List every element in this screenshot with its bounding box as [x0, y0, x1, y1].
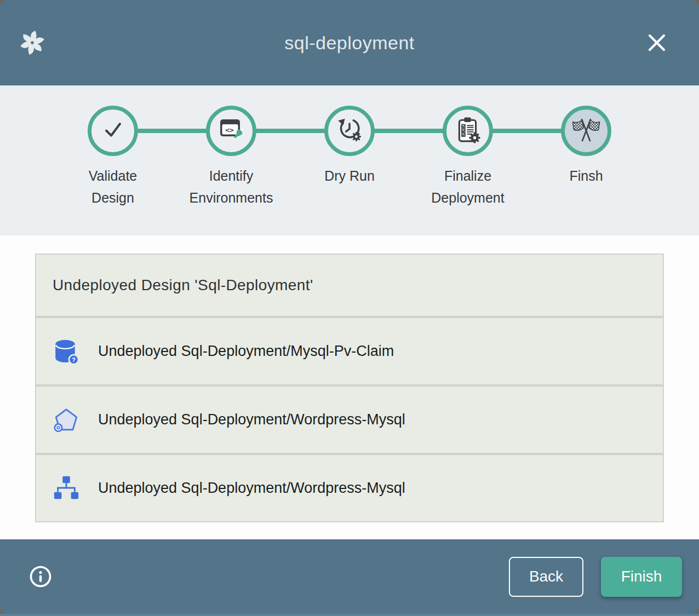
step-finalize-deployment: Finalize Deployment	[409, 106, 527, 209]
step-label: Finalize Deployment	[421, 165, 515, 209]
step-label: Validate Design	[66, 165, 160, 209]
status-row-design: Undeployed Design 'Sql-Deployment'	[36, 255, 663, 316]
status-row-mysql-pv-claim: ? Undeployed Sql-Deployment/Mysql-Pv-Cla…	[36, 318, 663, 384]
svg-text:?: ?	[72, 356, 76, 362]
status-row-wordpress-mysql-pod: Undeployed Sql-Deployment/Wordpress-Mysq…	[36, 387, 663, 453]
status-text: Undeployed Sql-Deployment/Wordpress-Mysq…	[98, 411, 405, 428]
close-icon	[646, 47, 668, 55]
sql-deployment-wizard-dialog: sql-deployment Valida	[0, 0, 699, 614]
pod-pentagon-icon	[53, 406, 80, 434]
step-identify-environments: <> Identify Environments	[172, 106, 290, 209]
code-window-wrench-icon: <>	[218, 117, 244, 145]
check-icon	[100, 117, 126, 145]
info-button[interactable]	[28, 565, 53, 589]
svg-text:<>: <>	[225, 126, 234, 134]
clipboard-checklist-gear-icon	[454, 116, 482, 146]
step-circle-identify-environments[interactable]: <>	[206, 106, 256, 156]
step-label: Identify Environments	[184, 165, 278, 209]
step-circle-validate-design[interactable]	[88, 106, 138, 156]
status-text: Undeployed Design 'Sql-Deployment'	[53, 277, 313, 294]
database-question-icon: ?	[53, 338, 80, 365]
step-label: Finsh	[569, 165, 603, 187]
step-validate-design: Validate Design	[54, 106, 172, 209]
wizard-body: Undeployed Design 'Sql-Deployment' ? Und…	[0, 235, 699, 539]
close-button[interactable]	[645, 32, 668, 55]
step-dry-run: Dry Run	[290, 106, 409, 209]
step-circle-dry-run[interactable]	[324, 106, 375, 156]
step-label: Dry Run	[324, 165, 375, 187]
pinwheel-logo-icon	[19, 29, 46, 56]
dialog-title: sql-deployment	[284, 32, 415, 54]
back-button[interactable]: Back	[509, 557, 583, 597]
step-circle-finish[interactable]	[561, 106, 611, 156]
step-finish: Finsh	[527, 106, 645, 209]
finish-flags-icon	[570, 116, 603, 146]
step-circle-finalize-deployment[interactable]	[443, 106, 493, 156]
deployment-status-panel: Undeployed Design 'Sql-Deployment' ? Und…	[35, 254, 664, 522]
info-icon	[28, 582, 53, 590]
wizard-stepper: Validate Design <>	[0, 85, 699, 235]
status-text: Undeployed Sql-Deployment/Wordpress-Mysq…	[98, 480, 405, 497]
status-text: Undeployed Sql-Deployment/Mysql-Pv-Claim	[98, 343, 394, 360]
status-row-wordpress-mysql-tree: Undeployed Sql-Deployment/Wordpress-Mysq…	[36, 455, 663, 521]
sync-clock-gear-icon	[336, 116, 363, 146]
hierarchy-tree-icon	[53, 475, 80, 502]
dialog-footer: Back Finish	[0, 539, 699, 614]
dialog-header: sql-deployment	[0, 0, 699, 85]
finish-button[interactable]: Finish	[601, 557, 682, 597]
